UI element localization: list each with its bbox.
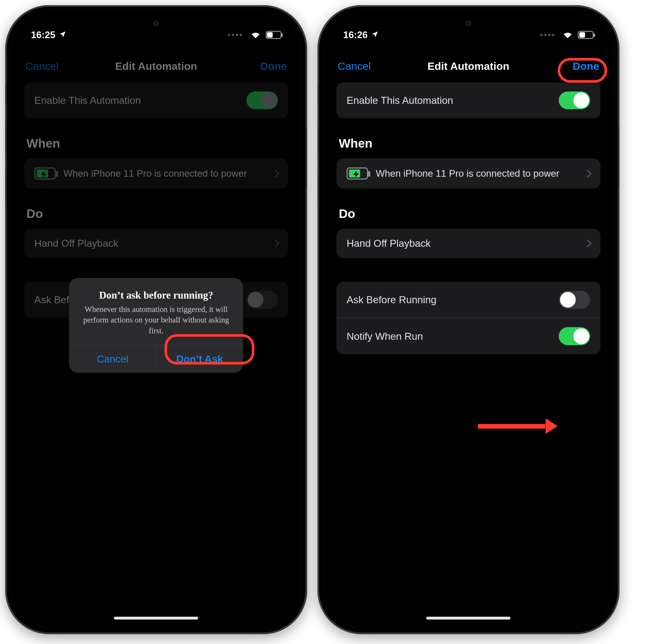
do-heading: Do: [339, 207, 598, 221]
do-action-row[interactable]: Hand Off Playback: [336, 229, 601, 258]
wifi-icon: [562, 29, 574, 41]
location-arrow-icon: [371, 29, 379, 41]
status-time: 16:25: [31, 29, 55, 41]
screen-left: 16:25 Cancel Edit Automation Done Enable…: [14, 14, 298, 625]
alert-title: Don’t ask before running?: [81, 289, 231, 301]
recording-dots-icon: [540, 34, 554, 36]
battery-icon: [266, 31, 281, 39]
battery-icon: [578, 31, 593, 39]
status-bar: 16:26: [326, 14, 610, 47]
confirm-alert: Don’t ask before running? Whenever this …: [69, 278, 243, 372]
notify-when-run-label: Notify When Run: [347, 330, 423, 342]
enable-automation-label: Enable This Automation: [347, 95, 453, 106]
when-trigger-row[interactable]: When iPhone 11 Pro is connected to power: [336, 158, 601, 189]
highlight-arrow-notify: [478, 424, 545, 429]
iphone-frame-right: 16:26 Cancel Edit Automation Done Enable…: [318, 5, 620, 634]
done-button[interactable]: Done: [573, 60, 600, 72]
ask-before-running-label: Ask Before Running: [347, 294, 437, 305]
when-trigger-text: When iPhone 11 Pro is connected to power: [376, 167, 560, 179]
recording-dots-icon: [228, 34, 242, 36]
cancel-button[interactable]: Cancel: [337, 60, 371, 72]
home-indicator[interactable]: [426, 617, 511, 620]
notify-when-run-row[interactable]: Notify When Run: [336, 318, 601, 354]
notify-when-run-toggle[interactable]: [559, 327, 590, 345]
run-options-group: Ask Before Running Notify When Run: [336, 282, 601, 354]
alert-message: Whenever this automation is triggered, i…: [81, 304, 231, 336]
chevron-right-icon: [583, 169, 591, 178]
screen-right: 16:26 Cancel Edit Automation Done Enable…: [326, 14, 610, 625]
when-heading: When: [339, 136, 598, 151]
nav-bar: Cancel Edit Automation Done: [326, 47, 610, 83]
status-time: 16:26: [343, 29, 368, 41]
home-indicator[interactable]: [114, 617, 198, 620]
location-arrow-icon: [59, 29, 67, 41]
alert-cancel-button[interactable]: Cancel: [69, 345, 156, 373]
wifi-icon: [250, 29, 261, 41]
ask-before-running-row[interactable]: Ask Before Running: [336, 282, 601, 318]
enable-automation-row[interactable]: Enable This Automation: [336, 83, 601, 118]
alert-confirm-button[interactable]: Don’t Ask: [156, 345, 243, 373]
do-action-label: Hand Off Playback: [347, 237, 430, 249]
enable-automation-toggle[interactable]: [559, 91, 590, 110]
iphone-frame-left: 16:25 Cancel Edit Automation Done Enable…: [5, 5, 307, 634]
ask-before-running-toggle[interactable]: [559, 291, 590, 309]
status-bar: 16:25: [14, 14, 298, 47]
charging-battery-icon: [347, 167, 368, 180]
chevron-right-icon: [583, 239, 591, 248]
